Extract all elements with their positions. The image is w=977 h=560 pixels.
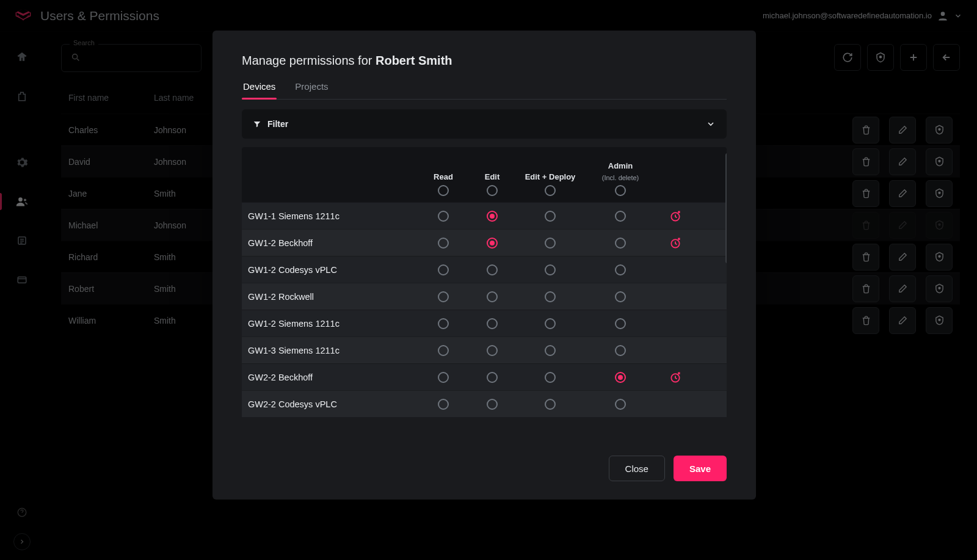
modal-tabs: Devices Projects: [242, 81, 727, 100]
perm-header: Read Edit Edit + Deploy Admin(Incl. dele…: [242, 147, 727, 202]
perm-radio-admin[interactable]: [615, 264, 626, 275]
perm-radio-admin[interactable]: [615, 345, 626, 356]
perm-device-name: GW1-3 Siemens 1211c: [248, 346, 419, 355]
perm-device-name: GW1-2 Beckhoff: [248, 238, 419, 248]
tab-devices[interactable]: Devices: [242, 81, 277, 99]
select-all-edit[interactable]: [487, 185, 498, 196]
select-all-admin[interactable]: [615, 185, 626, 196]
perm-radio-edit[interactable]: [487, 345, 498, 356]
select-all-editdeploy[interactable]: [545, 185, 556, 196]
perm-radio-edit[interactable]: [487, 318, 498, 329]
perm-radio-editdeploy[interactable]: [545, 291, 556, 302]
perm-device-name: GW1-1 Siemens 1211c: [248, 211, 419, 221]
perm-device-name: GW1-2 Siemens 1211c: [248, 319, 419, 329]
perm-radio-read[interactable]: [438, 264, 449, 275]
perm-radio-editdeploy[interactable]: [545, 345, 556, 356]
col-editdeploy: Edit + Deploy: [525, 172, 576, 181]
perm-radio-editdeploy[interactable]: [545, 238, 556, 249]
perm-radio-edit[interactable]: [487, 264, 498, 275]
temporary-access-button[interactable]: [657, 237, 694, 249]
perm-radio-edit[interactable]: [487, 291, 498, 302]
perm-scrollbar[interactable]: [725, 153, 727, 263]
perm-row: GW1-2 Siemens 1211c: [242, 310, 727, 336]
perm-radio-read[interactable]: [438, 372, 449, 383]
perm-radio-admin[interactable]: [615, 211, 626, 222]
perm-row: GW1-3 Siemens 1211c: [242, 336, 727, 363]
filter-icon: [253, 120, 261, 128]
perm-radio-admin[interactable]: [615, 372, 626, 383]
col-admin: Admin: [608, 161, 633, 170]
perm-radio-admin[interactable]: [615, 238, 626, 249]
perm-device-name: GW2-2 Beckhoff: [248, 373, 419, 382]
perm-radio-edit[interactable]: [487, 399, 498, 410]
col-read: Read: [434, 172, 453, 181]
perm-radio-read[interactable]: [438, 291, 449, 302]
perm-radio-read[interactable]: [438, 318, 449, 329]
perm-row: GW2-2 Beckhoff: [242, 363, 727, 390]
modal-title: Manage permissions for Robert Smith: [242, 54, 727, 68]
temporary-access-button[interactable]: [657, 210, 694, 222]
tab-projects[interactable]: Projects: [294, 81, 329, 99]
perm-radio-read[interactable]: [438, 345, 449, 356]
perm-radio-editdeploy[interactable]: [545, 399, 556, 410]
perm-row: GW1-2 Beckhoff: [242, 229, 727, 256]
perm-row: GW1-1 Siemens 1211c: [242, 202, 727, 229]
perm-radio-admin[interactable]: [615, 318, 626, 329]
perm-radio-editdeploy[interactable]: [545, 264, 556, 275]
perm-radio-editdeploy[interactable]: [545, 211, 556, 222]
perm-device-name: GW1-2 Rockwell: [248, 292, 419, 302]
perm-row: GW1-2 Rockwell: [242, 283, 727, 310]
perm-radio-edit[interactable]: [487, 372, 498, 383]
select-all-read[interactable]: [438, 185, 449, 196]
perm-radio-read[interactable]: [438, 238, 449, 249]
close-button[interactable]: Close: [609, 456, 665, 481]
perm-radio-edit[interactable]: [487, 238, 498, 249]
filter-bar[interactable]: Filter: [242, 109, 727, 139]
chevron-down-icon: [706, 119, 716, 129]
perm-device-name: GW2-2 Codesys vPLC: [248, 399, 419, 409]
perm-radio-read[interactable]: [438, 211, 449, 222]
perm-row: GW1-2 Codesys vPLC: [242, 256, 727, 283]
temporary-access-button[interactable]: [657, 371, 694, 384]
perm-radio-read[interactable]: [438, 399, 449, 410]
perm-row: GW2-2 Codesys vPLC: [242, 390, 727, 417]
col-edit: Edit: [485, 172, 500, 181]
perm-radio-admin[interactable]: [615, 399, 626, 410]
perm-radio-editdeploy[interactable]: [545, 372, 556, 383]
perm-radio-editdeploy[interactable]: [545, 318, 556, 329]
perm-radio-admin[interactable]: [615, 291, 626, 302]
perm-radio-edit[interactable]: [487, 211, 498, 222]
filter-label: Filter: [267, 119, 288, 129]
permissions-modal: Manage permissions for Robert Smith Devi…: [212, 31, 756, 500]
perm-device-name: GW1-2 Codesys vPLC: [248, 265, 419, 275]
save-button[interactable]: Save: [674, 456, 727, 481]
